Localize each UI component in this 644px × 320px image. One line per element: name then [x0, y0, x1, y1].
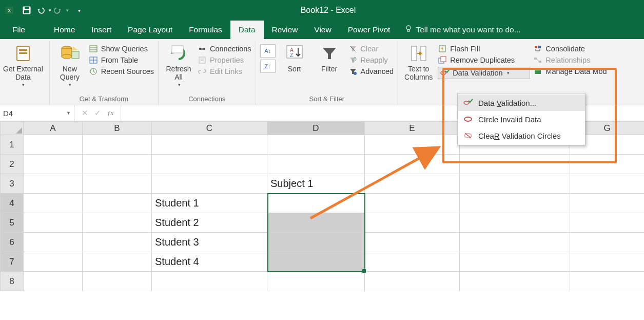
cell-D7[interactable]: [267, 252, 365, 272]
cell-D5[interactable]: [267, 213, 365, 233]
cell-A6[interactable]: [24, 233, 83, 252]
cell-G6[interactable]: [570, 233, 645, 252]
cell-C8[interactable]: [152, 272, 267, 291]
col-header-C[interactable]: C: [152, 122, 267, 135]
cell-F8[interactable]: [460, 272, 570, 291]
connections-button[interactable]: Connections: [198, 44, 251, 53]
cell-A1[interactable]: [24, 135, 83, 155]
cell-C7[interactable]: Student 4: [152, 252, 267, 272]
remove-duplicates-button[interactable]: Remove Duplicates: [438, 55, 530, 65]
row-header-6[interactable]: 6: [1, 233, 24, 252]
cell-C3[interactable]: [152, 174, 267, 194]
cell-E8[interactable]: [365, 272, 460, 291]
cell-F7[interactable]: [460, 252, 570, 272]
col-header-D[interactable]: D: [267, 122, 365, 135]
manage-data-model-button[interactable]: Manage Data Mod: [533, 67, 610, 76]
advanced-filter-button[interactable]: Advanced: [348, 67, 394, 76]
cell-B2[interactable]: [83, 155, 152, 174]
cell-B7[interactable]: [83, 252, 152, 272]
tab-file[interactable]: File: [4, 21, 33, 39]
save-icon[interactable]: [19, 3, 34, 17]
select-all-corner[interactable]: [1, 122, 24, 135]
refresh-all-button[interactable]: Refresh All ▾: [163, 42, 194, 88]
customize-qat-icon[interactable]: ▾: [72, 3, 86, 17]
grid[interactable]: A B C D E F G 1 2 3 Subject 1: [0, 121, 644, 291]
tell-me-search[interactable]: Tell me what you want to do...: [398, 21, 520, 39]
cell-E6[interactable]: [365, 233, 460, 252]
menu-item-circle-invalid[interactable]: CIrcle Invalid Data: [458, 111, 585, 127]
row-header-4[interactable]: 4: [1, 194, 24, 213]
row-header-1[interactable]: 1: [1, 135, 24, 155]
cell-A7[interactable]: [24, 252, 83, 272]
tab-data[interactable]: Data: [230, 21, 264, 39]
tab-view[interactable]: View: [306, 21, 339, 39]
fx-icon[interactable]: ƒx: [107, 109, 113, 117]
col-header-B[interactable]: B: [83, 122, 152, 135]
cell-B8[interactable]: [83, 272, 152, 291]
cell-B6[interactable]: [83, 233, 152, 252]
cell-A8[interactable]: [24, 272, 83, 291]
row-header-5[interactable]: 5: [1, 213, 24, 233]
cell-B5[interactable]: [83, 213, 152, 233]
row-header-3[interactable]: 3: [1, 174, 24, 194]
cell-F3[interactable]: [460, 174, 570, 194]
cell-D8[interactable]: [267, 272, 365, 291]
cell-C4[interactable]: Student 1: [152, 194, 267, 213]
sort-button[interactable]: AZ Sort: [279, 42, 310, 74]
cell-F4[interactable]: [460, 194, 570, 213]
tab-insert[interactable]: Insert: [83, 21, 120, 39]
show-queries-button[interactable]: Show Queries: [89, 44, 154, 53]
col-header-A[interactable]: A: [24, 122, 83, 135]
cell-B3[interactable]: [83, 174, 152, 194]
row-header-7[interactable]: 7: [1, 252, 24, 272]
cell-A2[interactable]: [24, 155, 83, 174]
data-validation-button[interactable]: Data Validation ▾: [438, 67, 530, 79]
consolidate-button[interactable]: Consolidate: [533, 44, 610, 53]
cell-D2[interactable]: [267, 155, 365, 174]
cell-E7[interactable]: [365, 252, 460, 272]
name-box[interactable]: D4 ▼: [0, 105, 74, 121]
undo-icon[interactable]: ▾: [37, 3, 51, 17]
cell-G7[interactable]: [570, 252, 645, 272]
excel-app-icon[interactable]: X: [2, 3, 16, 17]
cell-G2[interactable]: [570, 155, 645, 174]
tab-review[interactable]: Review: [264, 21, 306, 39]
cell-E5[interactable]: [365, 213, 460, 233]
cell-F2[interactable]: [460, 155, 570, 174]
cell-A3[interactable]: [24, 174, 83, 194]
cell-G3[interactable]: [570, 174, 645, 194]
cell-E2[interactable]: [365, 155, 460, 174]
name-box-dropdown-icon[interactable]: ▼: [66, 110, 71, 116]
cell-C6[interactable]: Student 3: [152, 233, 267, 252]
tab-home[interactable]: Home: [46, 21, 83, 39]
cell-B1[interactable]: [83, 135, 152, 155]
get-external-data-button[interactable]: Get External Data ▾: [1, 42, 45, 88]
cell-F5[interactable]: [460, 213, 570, 233]
cell-A5[interactable]: [24, 213, 83, 233]
tab-formulas[interactable]: Formulas: [181, 21, 230, 39]
cell-C1[interactable]: [152, 135, 267, 155]
cell-D4[interactable]: [267, 194, 365, 213]
redo-icon[interactable]: ▾: [54, 3, 69, 17]
menu-item-clear-circles[interactable]: CleaR Validation Circles: [458, 127, 585, 144]
from-table-button[interactable]: From Table: [89, 55, 154, 65]
cell-C5[interactable]: Student 2: [152, 213, 267, 233]
cell-A4[interactable]: [24, 194, 83, 213]
text-to-columns-button[interactable]: Text to Columns: [402, 42, 435, 82]
recent-sources-button[interactable]: Recent Sources: [89, 67, 154, 76]
col-header-E[interactable]: E: [365, 122, 460, 135]
cell-G8[interactable]: [570, 272, 645, 291]
row-header-8[interactable]: 8: [1, 272, 24, 291]
cell-D6[interactable]: [267, 233, 365, 252]
cell-D3[interactable]: Subject 1: [267, 174, 365, 194]
tab-power-pivot[interactable]: Power Pivot: [340, 21, 399, 39]
cell-C2[interactable]: [152, 155, 267, 174]
cell-E3[interactable]: [365, 174, 460, 194]
flash-fill-button[interactable]: Flash Fill: [438, 44, 530, 53]
cell-E1[interactable]: [365, 135, 460, 155]
sort-desc-button[interactable]: Z↓: [260, 60, 276, 73]
cell-D1[interactable]: [267, 135, 365, 155]
sort-asc-button[interactable]: A↓: [260, 44, 276, 58]
new-query-button[interactable]: New Query ▾: [54, 42, 86, 88]
tab-page-layout[interactable]: Page Layout: [120, 21, 181, 39]
